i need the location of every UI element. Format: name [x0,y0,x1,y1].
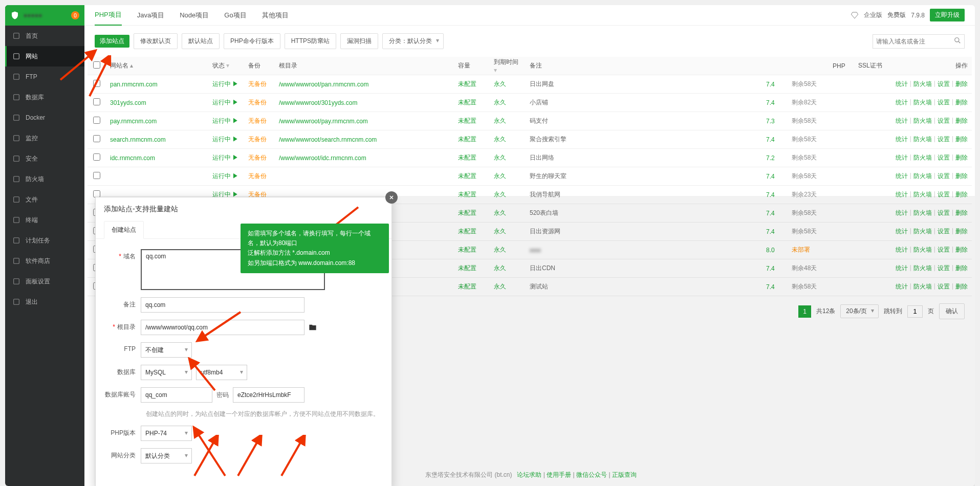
op-delete[interactable]: 删除 [955,172,968,181]
op-settings[interactable]: 设置 [938,80,950,89]
site-link[interactable]: pay.rnmcnm.com [110,118,157,125]
note-input[interactable] [141,297,304,313]
root-link[interactable]: /www/wwwroot/search.rnmcnm.com [279,136,377,143]
sidebar-item-13[interactable]: 退出 [5,292,84,312]
op-firewall[interactable]: 防火墙 [913,98,932,107]
op-settings[interactable]: 设置 [938,172,950,181]
op-stats[interactable]: 统计 [896,153,908,162]
capacity-link[interactable]: 未配置 [458,154,476,161]
capacity-link[interactable]: 未配置 [458,80,476,87]
capacity-link[interactable]: 未配置 [458,99,476,106]
project-tab-0[interactable]: PHP项目 [95,5,122,26]
site-link[interactable]: search.rnmcnm.com [110,136,166,143]
op-firewall[interactable]: 防火墙 [913,80,932,89]
root-link[interactable]: /www/wwwroot/pan.rnmcnm.com [279,81,368,88]
sidebar-item-1[interactable]: 网站 [5,46,84,67]
database-select[interactable]: MySQL [141,365,192,380]
charset-select[interactable]: utf8mb4 [196,365,247,380]
op-settings[interactable]: 设置 [938,135,950,144]
site-link[interactable]: pan.rnmcnm.com [110,81,158,88]
ssl-text[interactable]: 剩余58天 [792,136,817,143]
expire-link[interactable]: 永久 [494,154,506,161]
row-checkbox[interactable] [93,172,100,179]
op-delete[interactable]: 删除 [955,153,968,162]
upgrade-button[interactable]: 立即升级 [930,9,965,21]
sidebar-item-8[interactable]: 文件 [5,189,84,210]
php-link[interactable]: 7.3 [766,118,775,125]
php-link[interactable]: 7.4 [766,136,775,143]
site-link[interactable]: 301yyds.com [110,99,146,106]
op-firewall[interactable]: 防火墙 [913,135,932,144]
row-checkbox[interactable] [93,135,100,142]
toolbar-button-0[interactable]: 修改默认页 [134,33,178,49]
op-delete[interactable]: 删除 [955,135,968,144]
status-link[interactable]: 运行中 ▶ [212,99,238,106]
category-select[interactable]: 分类：默认分类 [382,33,444,49]
backup-link[interactable]: 无备份 [248,117,267,124]
ssl-text[interactable]: 剩余58天 [792,154,817,161]
op-stats[interactable]: 统计 [896,172,908,181]
row-checkbox[interactable] [93,98,100,105]
php-version-select[interactable]: PHP-74 [141,426,192,441]
expire-link[interactable]: 永久 [494,172,506,180]
folder-icon[interactable] [309,323,317,332]
col-backup[interactable]: 备份 [244,61,275,70]
status-link[interactable]: 运行中 ▶ [212,117,238,124]
sidebar-item-6[interactable]: 安全 [5,148,84,169]
op-stats[interactable]: 统计 [896,98,908,107]
ftp-select[interactable]: 不创建 [141,342,192,358]
toolbar-button-4[interactable]: 漏洞扫描 [340,33,378,49]
add-site-button[interactable]: 添加站点 [95,35,129,48]
footer-link-2[interactable]: 微信公众号 [576,471,607,478]
status-link[interactable]: 运行中 ▶ [212,172,238,180]
col-expire[interactable]: 到期时间 [494,58,518,65]
op-settings[interactable]: 设置 [938,153,950,162]
ssl-text[interactable]: 剩余58天 [792,80,817,87]
root-link[interactable]: /www/wwwroot/pay.rnmcnm.com [279,118,368,125]
db-account-input[interactable] [141,387,212,403]
sidebar-item-2[interactable]: FTP [5,67,84,87]
php-link[interactable]: 7.2 [766,154,775,162]
backup-link[interactable]: 无备份 [248,80,267,87]
op-delete[interactable]: 删除 [955,98,968,107]
sidebar-item-4[interactable]: Docker [5,107,84,128]
select-all-checkbox[interactable] [93,61,100,69]
db-password-input[interactable] [233,387,304,403]
backup-link[interactable]: 无备份 [248,136,267,143]
sidebar-item-7[interactable]: 防火墙 [5,169,84,189]
backup-link[interactable]: 无备份 [248,99,267,106]
backup-link[interactable]: 无备份 [248,172,267,180]
sidebar-item-12[interactable]: 面板设置 [5,271,84,292]
expire-link[interactable]: 永久 [494,80,506,87]
op-firewall[interactable]: 防火墙 [913,153,932,162]
toolbar-button-3[interactable]: HTTPS防窜站 [285,33,336,49]
row-checkbox[interactable] [93,117,100,124]
modal-close-button[interactable] [385,191,398,204]
site-link[interactable]: idc.rnmcnm.com [110,154,155,162]
ssl-text[interactable]: 剩余58天 [792,117,817,124]
op-firewall[interactable]: 防火墙 [913,117,932,125]
op-settings[interactable]: 设置 [938,117,950,125]
expire-link[interactable]: 永久 [494,117,506,124]
ssl-text[interactable]: 剩余58天 [792,172,817,180]
root-input[interactable] [141,320,304,335]
root-link[interactable]: /www/wwwroot/301yyds.com [279,99,357,106]
col-site[interactable]: 网站名 [110,62,128,69]
status-link[interactable]: 运行中 ▶ [212,154,238,161]
col-status[interactable]: 状态 [212,62,225,69]
project-tab-1[interactable]: Java项目 [137,5,164,26]
expire-link[interactable]: 永久 [494,99,506,106]
notification-badge[interactable]: 0 [71,11,79,19]
root-link[interactable]: /www/wwwroot/idc.rnmcnm.com [279,154,366,162]
toolbar-button-1[interactable]: 默认站点 [182,33,220,49]
capacity-link[interactable]: 未配置 [458,117,476,124]
capacity-link[interactable]: 未配置 [458,136,476,143]
row-checkbox[interactable] [93,153,100,161]
footer-link-1[interactable]: 使用手册 [547,471,571,478]
backup-link[interactable]: 无备份 [248,154,267,161]
search-icon[interactable] [954,37,961,46]
toolbar-button-2[interactable]: PHP命令行版本 [224,33,280,49]
modal-tab-create[interactable]: 创建站点 [104,221,144,239]
op-settings[interactable]: 设置 [938,98,950,107]
op-firewall[interactable]: 防火墙 [913,172,932,181]
